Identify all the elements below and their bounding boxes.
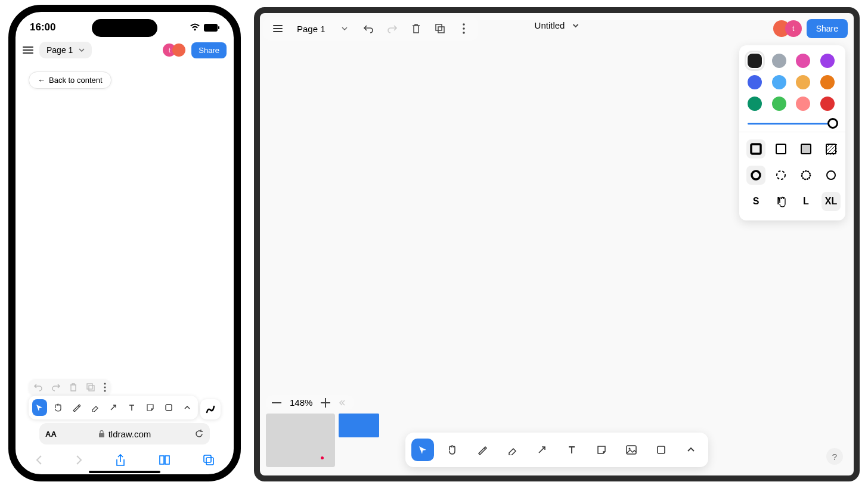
color-swatch-blue[interactable]	[748, 75, 762, 89]
color-swatch-magenta[interactable]	[796, 54, 810, 68]
color-grid	[745, 51, 839, 113]
opacity-slider[interactable]	[748, 123, 837, 125]
undo-icon[interactable]	[33, 383, 43, 392]
tool-select[interactable]	[32, 399, 47, 416]
reader-mode-icon[interactable]: AA	[45, 430, 57, 439]
reload-icon[interactable]	[194, 429, 204, 439]
tool-image[interactable]	[620, 439, 643, 461]
help-button[interactable]: ?	[826, 448, 843, 465]
dash-dotted[interactable]	[796, 166, 816, 185]
svg-rect-17	[776, 144, 786, 154]
tool-hand[interactable]	[441, 439, 464, 461]
tool-select[interactable]	[411, 439, 434, 461]
tool-text[interactable]	[560, 439, 583, 461]
tool-draw[interactable]	[69, 399, 84, 416]
redo-button[interactable]	[383, 19, 402, 38]
dash-draw[interactable]	[746, 166, 765, 185]
size-l[interactable]: L	[796, 192, 816, 211]
share-button[interactable]: Share	[191, 42, 227, 58]
tool-arrow[interactable]	[531, 439, 553, 461]
color-swatch-grey[interactable]	[772, 54, 786, 68]
tool-eraser[interactable]	[501, 439, 523, 461]
nav-tabs-icon[interactable]	[203, 454, 215, 467]
zoom-out-button[interactable]	[272, 402, 281, 404]
tool-shape[interactable]	[650, 439, 672, 461]
tool-more[interactable]	[680, 439, 702, 461]
nav-back-icon[interactable]	[35, 454, 43, 467]
phone-toolbar	[29, 396, 198, 419]
nav-share-icon[interactable]	[115, 454, 126, 467]
svg-rect-9	[204, 455, 211, 462]
canvas-dot	[234, 175, 237, 178]
dash-solid[interactable]	[822, 166, 841, 185]
color-swatch-black[interactable]	[748, 54, 762, 68]
tool-hand[interactable]	[51, 399, 66, 416]
page-chevron-icon[interactable]	[335, 19, 354, 38]
color-swatch-yellow[interactable]	[796, 75, 810, 89]
svg-rect-27	[627, 446, 636, 454]
fill-semi[interactable]	[796, 139, 816, 158]
url-text: tldraw.com	[108, 429, 151, 439]
svg-rect-1	[218, 26, 219, 29]
menu-button[interactable]	[268, 19, 287, 38]
dash-dashed[interactable]	[771, 166, 790, 185]
minimap-canvas	[266, 414, 335, 467]
fill-none[interactable]	[746, 139, 765, 158]
page-select[interactable]: Page 1	[39, 42, 92, 58]
chevron-down-icon	[79, 48, 85, 52]
svg-point-6	[104, 390, 106, 392]
fill-solid[interactable]	[771, 139, 790, 158]
slider-thumb[interactable]	[827, 118, 838, 129]
browser-urlbar[interactable]: AA tldraw.com	[39, 423, 210, 445]
nav-bookmarks-icon[interactable]	[158, 454, 171, 467]
nav-forward-icon[interactable]	[75, 454, 83, 467]
color-swatch-dark-green[interactable]	[748, 97, 762, 111]
color-swatch-red[interactable]	[820, 97, 835, 111]
svg-point-28	[629, 448, 631, 450]
tool-eraser[interactable]	[88, 399, 103, 416]
page-label[interactable]: Page 1	[292, 21, 330, 36]
minimap[interactable]	[266, 414, 379, 470]
svg-rect-7	[166, 405, 172, 411]
more-button[interactable]	[454, 19, 473, 38]
fill-pattern[interactable]	[822, 139, 841, 158]
main-toolbar	[405, 433, 708, 467]
title-text: Untitled	[535, 20, 565, 30]
presence-avatars: t	[166, 43, 185, 57]
zoom-text[interactable]: 148%	[290, 397, 312, 408]
tool-arrow[interactable]	[106, 399, 121, 416]
size-xl[interactable]: XL	[822, 192, 841, 211]
tool-note[interactable]	[590, 439, 613, 461]
minimap-cursor	[321, 456, 324, 459]
more-icon[interactable]	[104, 383, 106, 392]
page-label: Page 1	[46, 45, 73, 55]
duplicate-button[interactable]	[430, 19, 450, 38]
color-swatch-orange[interactable]	[820, 75, 835, 89]
tool-text[interactable]	[124, 399, 139, 416]
svg-rect-19	[826, 144, 836, 154]
tool-shape[interactable]	[161, 399, 176, 416]
duplicate-icon[interactable]	[86, 383, 95, 392]
trash-button[interactable]	[407, 19, 426, 38]
trash-icon[interactable]	[69, 383, 78, 392]
size-s[interactable]: S	[746, 192, 765, 211]
minimap-toggle[interactable]	[339, 399, 348, 406]
color-swatch-light-blue[interactable]	[772, 75, 786, 89]
document-title[interactable]: Untitled	[535, 20, 579, 30]
color-swatch-green[interactable]	[772, 97, 786, 111]
undo-button[interactable]	[359, 19, 378, 38]
tool-more[interactable]	[179, 399, 194, 416]
back-to-content-button[interactable]: ← Back to content	[29, 72, 111, 89]
color-swatch-purple[interactable]	[820, 54, 835, 68]
svg-rect-26	[325, 398, 326, 408]
share-button[interactable]: Share	[807, 19, 848, 38]
zoom-in-button[interactable]	[321, 398, 330, 408]
menu-icon[interactable]	[23, 46, 33, 54]
battery-icon	[204, 24, 219, 32]
style-toggle-button[interactable]	[200, 399, 221, 419]
tool-note[interactable]	[142, 399, 157, 416]
color-swatch-light-red[interactable]	[796, 97, 810, 111]
tool-draw[interactable]	[471, 439, 494, 461]
redo-icon[interactable]	[51, 383, 61, 392]
fill-options	[745, 136, 839, 162]
